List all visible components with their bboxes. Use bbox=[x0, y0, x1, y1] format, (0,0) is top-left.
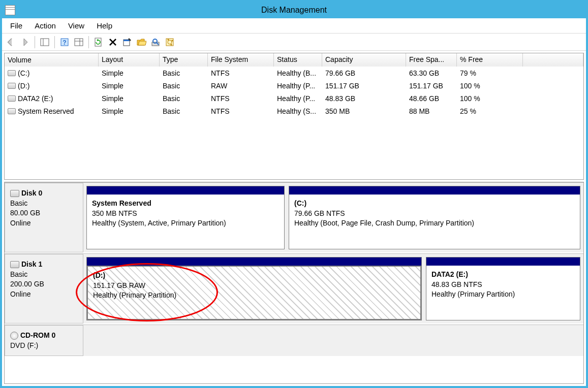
drive-icon bbox=[8, 108, 16, 114]
disk-row-0: Disk 0 Basic 80.00 GB Online System Rese… bbox=[5, 182, 583, 253]
window-title: Disk Management bbox=[261, 6, 327, 15]
col-cap[interactable]: Capacity bbox=[322, 53, 406, 67]
drive-icon bbox=[8, 83, 16, 89]
help-button[interactable]: ? bbox=[58, 36, 71, 49]
disk-row-1: Disk 1 Basic 200.00 GB Online (D:) 151.1… bbox=[5, 253, 583, 325]
title-bar[interactable]: Disk Management bbox=[2, 2, 586, 18]
col-layout[interactable]: Layout bbox=[99, 53, 160, 67]
svg-point-15 bbox=[168, 39, 169, 40]
forward-button[interactable] bbox=[18, 36, 32, 49]
volume-row[interactable]: DATA2 (E:) Simple Basic NTFS Healthy (P.… bbox=[5, 92, 583, 105]
delete-button[interactable] bbox=[106, 36, 119, 49]
explore-button[interactable] bbox=[149, 36, 162, 49]
partition-header bbox=[87, 257, 421, 266]
drive-icon bbox=[8, 70, 16, 76]
app-icon bbox=[5, 5, 15, 15]
col-volume[interactable]: Volume bbox=[5, 53, 99, 67]
disk-label-1[interactable]: Disk 1 Basic 200.00 GB Online bbox=[5, 254, 83, 324]
svg-text:?: ? bbox=[63, 39, 66, 46]
partition-system-reserved[interactable]: System Reserved 350 MB NTFS Healthy (Sys… bbox=[86, 186, 285, 249]
menu-help[interactable]: Help bbox=[90, 19, 118, 32]
volume-row[interactable]: (D:) Simple Basic RAW Healthy (P... 151.… bbox=[5, 79, 583, 92]
show-hide-tree-button[interactable] bbox=[38, 36, 51, 49]
svg-rect-0 bbox=[41, 39, 49, 46]
col-free[interactable]: Free Spa... bbox=[406, 53, 457, 67]
details-button[interactable] bbox=[72, 36, 85, 49]
properties-button[interactable] bbox=[120, 36, 134, 49]
partition-e[interactable]: DATA2 (E:) 48.83 GB NTFS Healthy (Primar… bbox=[426, 257, 580, 320]
graphical-view: Disk 0 Basic 80.00 GB Online System Rese… bbox=[4, 182, 584, 384]
disk-row-cdrom: CD-ROM 0 DVD (F:) bbox=[5, 325, 583, 357]
col-pct[interactable]: % Free bbox=[457, 53, 523, 67]
svg-rect-13 bbox=[166, 39, 173, 46]
open-button[interactable] bbox=[135, 36, 148, 49]
back-button[interactable] bbox=[4, 36, 17, 49]
disk-management-window: Disk Management File Action View Help ? … bbox=[0, 0, 588, 388]
col-status[interactable]: Status bbox=[274, 53, 322, 67]
cdrom-icon bbox=[10, 332, 18, 340]
partition-d[interactable]: (D:) 151.17 GB RAW Healthy (Primary Part… bbox=[86, 257, 422, 320]
svg-rect-9 bbox=[123, 40, 130, 41]
col-fs[interactable]: File System bbox=[208, 53, 274, 67]
partition-header bbox=[289, 186, 580, 195]
disk-icon bbox=[10, 190, 19, 197]
menu-file[interactable]: File bbox=[4, 19, 28, 32]
partition-c[interactable]: (C:) 79.66 GB NTFS Healthy (Boot, Page F… bbox=[289, 186, 580, 249]
disk-label-0[interactable]: Disk 0 Basic 80.00 GB Online bbox=[5, 183, 83, 252]
partition-header bbox=[87, 186, 284, 195]
col-type[interactable]: Type bbox=[160, 53, 208, 67]
svg-point-16 bbox=[172, 40, 173, 41]
volume-row[interactable]: (C:) Simple Basic NTFS Healthy (B... 79.… bbox=[5, 67, 583, 79]
disk-label-cdrom[interactable]: CD-ROM 0 DVD (F:) bbox=[5, 325, 83, 356]
refresh-button[interactable] bbox=[92, 36, 105, 49]
menu-view[interactable]: View bbox=[62, 19, 90, 32]
menu-action[interactable]: Action bbox=[28, 19, 62, 32]
svg-rect-4 bbox=[75, 39, 83, 46]
drive-icon bbox=[8, 95, 16, 102]
menu-bar: File Action View Help bbox=[2, 18, 586, 34]
partition-header bbox=[426, 257, 580, 266]
volume-list[interactable]: Volume Layout Type File System Status Ca… bbox=[4, 53, 584, 180]
svg-point-17 bbox=[171, 44, 172, 45]
toolbar: ? bbox=[2, 34, 586, 51]
rescan-button[interactable] bbox=[163, 36, 176, 49]
volume-row[interactable]: System Reserved Simple Basic NTFS Health… bbox=[5, 105, 583, 117]
column-headers[interactable]: Volume Layout Type File System Status Ca… bbox=[5, 53, 583, 67]
disk-icon bbox=[10, 261, 19, 268]
